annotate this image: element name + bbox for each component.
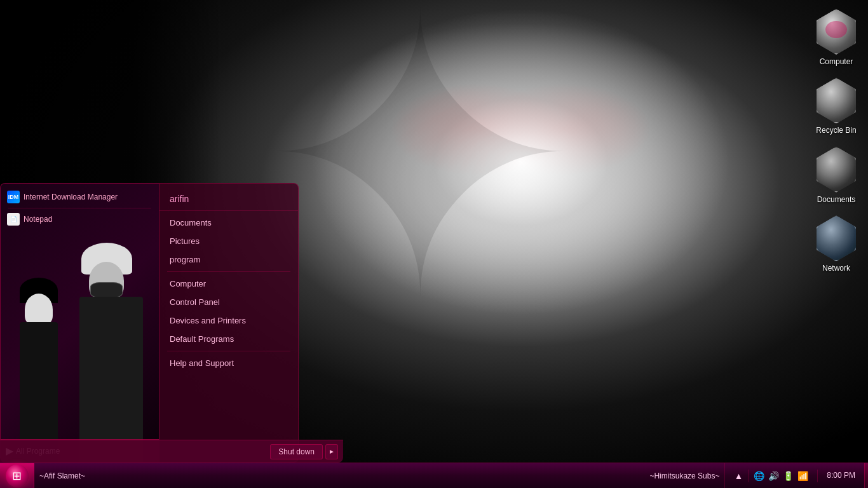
menu-item-program[interactable]: program — [159, 250, 298, 269]
start-button[interactable]: ⊞ — [0, 463, 34, 489]
pinned-item-notepad[interactable]: 📄 Notepad — [3, 211, 156, 227]
pinned-idm-label: Internet Download Manager — [24, 193, 118, 201]
menu-item-help-support[interactable]: Help and Support — [159, 354, 298, 372]
char1-head — [25, 294, 53, 325]
start-menu-right-panel: arifin Documents Pictures program Comput… — [159, 183, 299, 463]
notepad-icon: 📄 — [7, 213, 20, 226]
shutdown-bar: Shut down ► — [0, 440, 343, 463]
battery-tray-icon[interactable]: 🔋 — [782, 471, 795, 481]
shutdown-arrow-button[interactable]: ► — [325, 444, 338, 459]
documents-icon-image — [813, 147, 859, 193]
recycle-bin-icon-image — [813, 78, 859, 123]
menu-item-control-panel[interactable]: Control Panel — [159, 293, 298, 311]
menu-username: arifin — [159, 189, 298, 211]
tray-sep-2 — [817, 470, 818, 482]
taskbar: ⊞ ~Afif Slamet~ ~Himitsukaze Subs~ ▲ 🌐 🔊… — [0, 463, 868, 488]
computer-art — [815, 10, 858, 53]
panel-divider-1 — [8, 208, 151, 208]
volume-tray-icon[interactable]: 🔊 — [767, 471, 780, 481]
signal-tray-icon[interactable]: 📶 — [796, 471, 810, 481]
menu-item-devices-printers[interactable]: Devices and Printers — [159, 311, 298, 330]
network-tray-icon[interactable]: 🌐 — [752, 471, 766, 481]
desktop-icon-computer[interactable]: Computer — [811, 6, 862, 69]
system-tray: ▲ 🌐 🔊 🔋 📶 8:00 PM — [724, 463, 864, 488]
menu-item-pictures[interactable]: Pictures — [159, 232, 298, 250]
show-desktop-button[interactable] — [864, 463, 868, 488]
idm-icon: IDM — [7, 191, 20, 203]
menu-sep-2 — [167, 351, 290, 351]
computer-icon-image — [813, 9, 859, 55]
start-menu: IDM Internet Download Manager 📄 Notepad … — [0, 183, 343, 463]
recycle-bin-icon-label: Recycle Bin — [816, 126, 856, 135]
notification-area: ▲ 🌐 🔊 🔋 📶 — [730, 470, 812, 482]
start-orb: ⊞ — [6, 464, 29, 487]
menu-item-computer[interactable]: Computer — [159, 274, 298, 293]
taskbar-user-text: ~Afif Slamet~ — [34, 471, 90, 480]
taskbar-right-text: ~Himitsukaze Subs~ — [644, 471, 724, 480]
desktop-icons-container: Computer Recycle Bin Documents Network — [811, 6, 862, 276]
desktop: Computer Recycle Bin Documents Network — [0, 0, 868, 488]
menu-item-default-programs[interactable]: Default Programs — [159, 330, 298, 348]
desktop-icon-network[interactable]: Network — [811, 213, 862, 275]
pinned-items: IDM Internet Download Manager 📄 Notepad — [3, 189, 156, 227]
menu-sep-1 — [167, 271, 290, 272]
shutdown-button[interactable]: Shut down — [270, 444, 323, 459]
character-1 — [13, 284, 64, 462]
windows-logo-icon: ⊞ — [12, 469, 22, 483]
network-icon-label: Network — [822, 264, 850, 273]
pinned-notepad-label: Notepad — [24, 215, 52, 224]
tray-sep-1 — [748, 470, 749, 482]
shutdown-arrow-icon: ► — [329, 448, 335, 455]
system-clock[interactable]: 8:00 PM — [823, 470, 859, 481]
tray-arrow-icon[interactable]: ▲ — [733, 471, 744, 481]
desktop-icon-recycle-bin[interactable]: Recycle Bin — [811, 75, 862, 137]
start-menu-left-panel: IDM Internet Download Manager 📄 Notepad … — [0, 183, 159, 463]
documents-icon-label: Documents — [817, 195, 856, 204]
desktop-icon-documents[interactable]: Documents — [811, 144, 862, 207]
computer-icon-label: Computer — [820, 57, 853, 66]
menu-item-documents[interactable]: Documents — [159, 214, 298, 232]
char2-body — [79, 297, 143, 462]
pinned-item-idm[interactable]: IDM Internet Download Manager — [3, 189, 156, 205]
network-icon-image — [813, 215, 859, 261]
character-2 — [70, 240, 153, 462]
clock-time: 8:00 PM — [827, 470, 855, 481]
char2-mask — [90, 282, 123, 298]
